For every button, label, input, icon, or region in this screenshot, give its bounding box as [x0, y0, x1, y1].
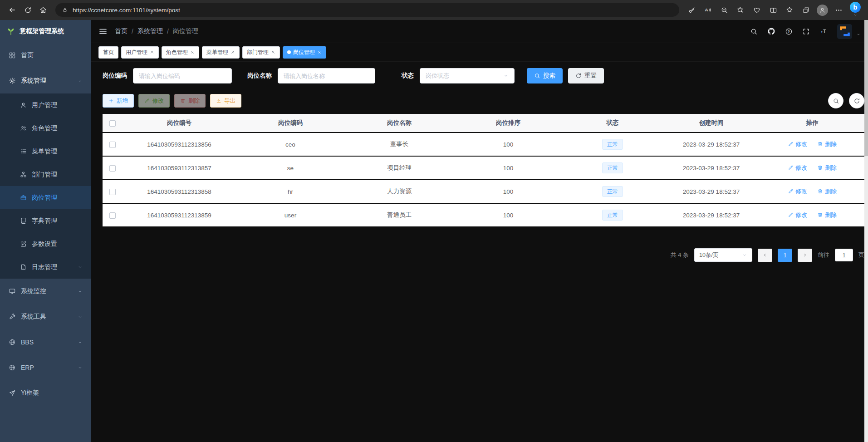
select-all-checkbox[interactable] [109, 120, 116, 127]
copilot-dropdown-icon[interactable] [853, 13, 858, 17]
sidebar-item-dict-mgmt[interactable]: 字典管理 [0, 209, 91, 232]
sidebar-item-label: 系统工具 [21, 313, 46, 321]
row-checkbox[interactable] [109, 212, 116, 219]
back-button[interactable] [5, 2, 20, 18]
tab-menu-mgmt[interactable]: 菜单管理 [202, 46, 240, 59]
copilot-button[interactable]: b [847, 0, 863, 20]
read-aloud-button[interactable] [700, 2, 716, 18]
delete-button-label: 删除 [188, 97, 200, 105]
zoom-button[interactable] [716, 2, 732, 18]
font-size-button[interactable] [819, 27, 828, 35]
table-row: 1641030593112313859 user 普通员工 100 正常 202… [103, 203, 864, 227]
browser-essentials-button[interactable] [749, 2, 765, 18]
user-avatar-logo-icon [838, 25, 852, 38]
add-favorite-button[interactable] [733, 2, 748, 18]
fullscreen-button[interactable] [802, 28, 810, 35]
sidebar-item-bbs[interactable]: BBS [0, 329, 91, 355]
sidebar-item-yi-framework[interactable]: Yi框架 [0, 380, 91, 406]
sidebar-item-erp[interactable]: ERP [0, 355, 91, 380]
breadcrumb-system-mgmt[interactable]: 系统管理 [137, 27, 163, 35]
search-icon [534, 73, 540, 79]
sidebar-item-log-mgmt[interactable]: 日志管理 [0, 255, 91, 279]
delete-icon [817, 188, 823, 194]
user-avatar[interactable] [837, 24, 852, 39]
tab-home[interactable]: 首页 [98, 46, 118, 59]
breadcrumb-home[interactable]: 首页 [115, 27, 128, 35]
toggle-search-button[interactable] [828, 93, 843, 108]
close-icon[interactable] [190, 50, 195, 54]
sidebar-item-param-settings[interactable]: 参数设置 [0, 232, 91, 255]
dashboard-icon [9, 52, 16, 59]
row-delete-link[interactable]: 删除 [817, 164, 837, 172]
goto-page-input[interactable] [835, 249, 853, 261]
reload-button[interactable] [20, 2, 35, 18]
row-checkbox[interactable] [109, 165, 116, 172]
sidebar-item-label: 参数设置 [32, 240, 57, 248]
github-button[interactable] [767, 27, 775, 35]
row-delete-link[interactable]: 删除 [817, 140, 837, 148]
post-code-input[interactable] [133, 68, 232, 83]
export-button[interactable]: 导出 [210, 94, 241, 108]
favorites-button[interactable] [782, 2, 797, 18]
status-select[interactable]: 岗位状态 [420, 68, 515, 83]
close-icon[interactable] [230, 50, 235, 54]
row-checkbox[interactable] [109, 189, 116, 195]
passwords-button[interactable] [684, 2, 699, 18]
sidebar-item-post-mgmt[interactable]: 岗位管理 [0, 186, 91, 209]
sidebar-item-label: 角色管理 [32, 124, 57, 133]
row-edit-link[interactable]: 修改 [788, 164, 807, 172]
close-icon[interactable] [317, 50, 322, 54]
row-edit-link[interactable]: 修改 [788, 211, 807, 219]
profile-button[interactable] [814, 2, 830, 18]
cell-post-id: 1641030593112313858 [123, 180, 236, 203]
sidebar-item-menu-mgmt[interactable]: 菜单管理 [0, 140, 91, 163]
sidebar-item-role-mgmt[interactable]: 角色管理 [0, 117, 91, 140]
close-icon[interactable] [271, 50, 275, 54]
tab-post-mgmt[interactable]: 岗位管理 [283, 46, 326, 59]
sidebar-item-dept-mgmt[interactable]: 部门管理 [0, 163, 91, 186]
help-icon [785, 28, 793, 35]
scrollbar-thumb[interactable] [864, 20, 868, 156]
edit-button[interactable]: 修改 [138, 94, 170, 108]
sidebar-item-system-monitor[interactable]: 系统监控 [0, 279, 91, 304]
split-screen-button[interactable] [765, 2, 781, 18]
sidebar-toggle-button[interactable] [98, 27, 108, 36]
sidebar-item-system-tools[interactable]: 系统工具 [0, 304, 91, 329]
address-bar[interactable]: https://ccnetcore.com:1101/system/post [55, 3, 679, 17]
delete-button[interactable]: 删除 [174, 94, 206, 108]
reset-button[interactable]: 重置 [568, 68, 604, 83]
settings-menu-button[interactable] [831, 2, 846, 18]
add-button[interactable]: 新增 [103, 94, 134, 108]
row-delete-link[interactable]: 删除 [817, 211, 837, 219]
sidebar-item-system-mgmt[interactable]: 系统管理 [0, 68, 91, 93]
tab-role-mgmt[interactable]: 角色管理 [162, 46, 199, 59]
next-page-button[interactable] [798, 249, 812, 262]
tab-user-mgmt[interactable]: 用户管理 [121, 46, 159, 59]
home-button[interactable] [35, 2, 51, 18]
collections-button[interactable] [798, 2, 814, 18]
col-post-sort: 岗位排序 [454, 114, 563, 133]
row-delete-link[interactable]: 删除 [817, 187, 837, 196]
tab-dept-mgmt[interactable]: 部门管理 [242, 46, 280, 59]
main-area: 首页 / 系统管理 / 岗位管理 [91, 20, 868, 442]
row-checkbox[interactable] [109, 142, 116, 148]
close-icon[interactable] [150, 50, 154, 54]
edit-icon [788, 212, 794, 218]
page-size-select[interactable]: 10条/页 [694, 248, 752, 262]
page-button-1[interactable]: 1 [778, 249, 792, 262]
sidebar-item-label: 系统管理 [21, 77, 46, 85]
header-search-button[interactable] [750, 28, 758, 35]
search-button[interactable]: 搜索 [527, 68, 563, 83]
row-edit-link[interactable]: 修改 [788, 140, 807, 148]
sidebar-item-user-mgmt[interactable]: 用户管理 [0, 93, 91, 117]
settings-menu-icon [835, 6, 843, 14]
help-button[interactable] [785, 28, 793, 35]
prev-page-button[interactable] [758, 249, 772, 262]
sidebar-item-home[interactable]: 首页 [0, 43, 91, 68]
user-menu-caret[interactable] [856, 32, 861, 37]
cell-status: 正常 [563, 203, 662, 227]
chevron-down-icon [503, 73, 509, 79]
row-edit-link[interactable]: 修改 [788, 187, 807, 196]
post-name-input[interactable] [278, 68, 375, 83]
refresh-table-button[interactable] [849, 93, 864, 108]
